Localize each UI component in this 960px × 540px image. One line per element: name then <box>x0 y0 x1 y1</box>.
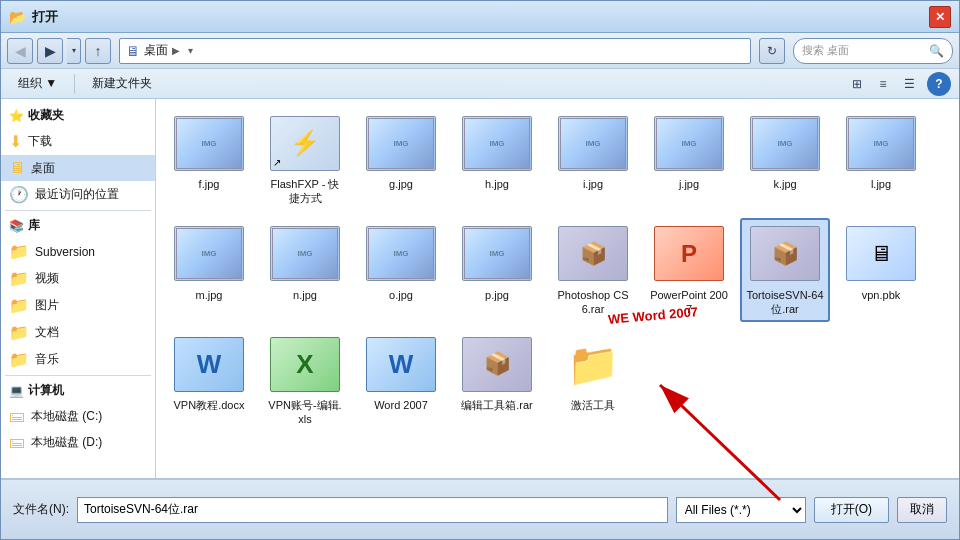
filename-input[interactable] <box>77 497 668 523</box>
rar-thumb: 📦 <box>462 337 532 392</box>
search-bar[interactable]: 搜索 桌面 🔍 <box>793 38 953 64</box>
file-item[interactable]: IMG i.jpg <box>548 107 638 212</box>
file-item[interactable]: IMG f.jpg <box>164 107 254 212</box>
cancel-button[interactable]: 取消 <box>897 497 947 523</box>
sidebar-item-desktop[interactable]: 🖥 桌面 <box>1 155 155 181</box>
new-folder-button[interactable]: 新建文件夹 <box>83 71 161 96</box>
file-label: o.jpg <box>389 288 413 302</box>
jpg-thumb: IMG <box>462 116 532 171</box>
jpg-thumb: IMG <box>366 226 436 281</box>
back-button[interactable]: ◀ <box>7 38 33 64</box>
forward-button[interactable]: ▶ <box>37 38 63 64</box>
sidebar-item-documents[interactable]: 📁 文档 <box>1 319 155 346</box>
sidebar-item-download[interactable]: ⬇ 下载 <box>1 128 155 155</box>
star-icon: ⭐ <box>9 109 24 123</box>
file-thumbnail: IMG <box>459 113 535 173</box>
file-thumbnail: IMG <box>363 224 439 284</box>
sidebar-item-drive-d[interactable]: 🖴 本地磁盘 (D:) <box>1 429 155 455</box>
file-thumbnail: IMG <box>267 224 343 284</box>
file-thumbnail: IMG <box>747 113 823 173</box>
up-button[interactable]: ↑ <box>85 38 111 64</box>
nav-dropdown-arrow: ▾ <box>188 45 193 56</box>
sidebar-item-recent[interactable]: 🕐 最近访问的位置 <box>1 181 155 208</box>
file-item[interactable]: IMG k.jpg <box>740 107 830 212</box>
file-item[interactable]: 📦 编辑工具箱.rar <box>452 328 542 433</box>
view-details-icon[interactable]: ☰ <box>897 72 921 96</box>
jpg-thumb: IMG <box>270 226 340 281</box>
folder-thumb: 📁 <box>558 337 628 392</box>
file-item[interactable]: IMG m.jpg <box>164 218 254 323</box>
ppt-thumb: P <box>654 226 724 281</box>
view-large-icon[interactable]: ⊞ <box>845 72 869 96</box>
file-item[interactable]: IMG p.jpg <box>452 218 542 323</box>
favorites-header: ⭐ 收藏夹 <box>1 103 155 128</box>
file-label: TortoiseSVN-64位.rar <box>746 288 824 317</box>
file-item[interactable]: X VPN账号-编辑.xls <box>260 328 350 433</box>
open-button[interactable]: 打开(O) <box>814 497 889 523</box>
file-thumbnail: IMG <box>171 113 247 173</box>
file-item[interactable]: P PowerPoint 2007 <box>644 218 734 323</box>
file-item[interactable]: W Word 2007 <box>356 328 446 433</box>
bottom-form: 文件名(N): All Files (*.*) 打开(O) 取消 <box>13 497 947 523</box>
file-label: p.jpg <box>485 288 509 302</box>
file-item[interactable]: ⚡ ↗ FlashFXP - 快捷方式 <box>260 107 350 212</box>
file-label: j.jpg <box>679 177 699 191</box>
file-item[interactable]: IMG n.jpg <box>260 218 350 323</box>
drive-d-icon: 🖴 <box>9 433 25 451</box>
file-item[interactable]: IMG j.jpg <box>644 107 734 212</box>
jpg-thumb: IMG <box>654 116 724 171</box>
file-label: i.jpg <box>583 177 603 191</box>
bottom-bar: 文件名(N): All Files (*.*) 打开(O) 取消 <box>1 479 959 539</box>
sidebar-divider-1 <box>5 210 151 211</box>
rar-thumb: 📦 <box>750 226 820 281</box>
file-thumbnail: 📁 <box>555 334 631 394</box>
file-item[interactable]: 📁 激活工具 <box>548 328 638 433</box>
filename-label: 文件名(N): <box>13 501 69 518</box>
file-thumbnail: IMG <box>171 224 247 284</box>
refresh-button[interactable]: ↻ <box>759 38 785 64</box>
filetype-select[interactable]: All Files (*.*) <box>676 497 806 523</box>
file-item[interactable]: IMG o.jpg <box>356 218 446 323</box>
sidebar-item-subversion[interactable]: 📁 Subversion <box>1 238 155 265</box>
view-icons: ⊞ ≡ ☰ <box>845 72 921 96</box>
word-thumb: W <box>174 337 244 392</box>
sidebar-item-pictures[interactable]: 📁 图片 <box>1 292 155 319</box>
file-grid: IMG f.jpg ⚡ ↗ FlashFXP - 快捷方式 IMG g.jpg … <box>156 99 959 478</box>
file-thumbnail: 📦 <box>747 224 823 284</box>
help-button[interactable]: ? <box>927 72 951 96</box>
path-bar: 🖥 桌面 ▶ ▾ <box>119 38 751 64</box>
file-item[interactable]: 📦 Photoshop CS6.rar <box>548 218 638 323</box>
file-item[interactable]: IMG h.jpg <box>452 107 542 212</box>
file-item[interactable]: 📦 TortoiseSVN-64位.rar <box>740 218 830 323</box>
file-item[interactable]: W VPN教程.docx <box>164 328 254 433</box>
file-item[interactable]: IMG g.jpg <box>356 107 446 212</box>
close-button[interactable]: ✕ <box>929 6 951 28</box>
nav-dropdown[interactable]: ▾ <box>67 38 81 64</box>
desktop-icon: 🖥 <box>9 159 25 177</box>
sidebar-item-video[interactable]: 📁 视频 <box>1 265 155 292</box>
search-placeholder: 搜索 桌面 <box>802 43 929 58</box>
view-list-icon[interactable]: ≡ <box>871 72 895 96</box>
sidebar-item-music[interactable]: 📁 音乐 <box>1 346 155 373</box>
file-thumbnail: W <box>363 334 439 394</box>
file-label: 激活工具 <box>571 398 615 412</box>
sidebar-item-drive-c[interactable]: 🖴 本地磁盘 (C:) <box>1 403 155 429</box>
file-thumbnail: IMG <box>555 113 631 173</box>
organize-button[interactable]: 组织 ▼ <box>9 71 66 96</box>
recent-icon: 🕐 <box>9 185 29 204</box>
file-thumbnail: 📦 <box>555 224 631 284</box>
download-icon: ⬇ <box>9 132 22 151</box>
file-label: Photoshop CS6.rar <box>554 288 632 317</box>
computer-icon: 💻 <box>9 384 24 398</box>
file-thumbnail: IMG <box>459 224 535 284</box>
dialog-window: 📂 打开 ✕ ◀ ▶ ▾ ↑ 🖥 桌面 ▶ ▾ ↻ 搜索 桌面 🔍 组织 ▼ 新… <box>0 0 960 540</box>
jpg-thumb: IMG <box>462 226 532 281</box>
toolbar-separator <box>74 74 75 94</box>
file-label: g.jpg <box>389 177 413 191</box>
file-label: h.jpg <box>485 177 509 191</box>
file-thumbnail: W <box>171 334 247 394</box>
path-text: 桌面 <box>144 42 168 59</box>
file-item[interactable]: 🖥 vpn.pbk <box>836 218 926 323</box>
file-item[interactable]: IMG l.jpg <box>836 107 926 212</box>
file-label: vpn.pbk <box>862 288 901 302</box>
